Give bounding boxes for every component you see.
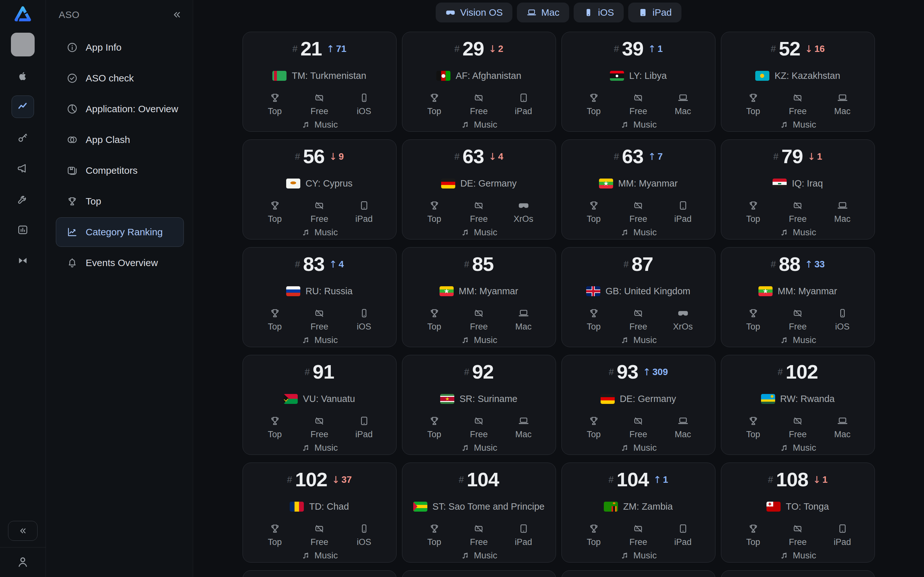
no-price-tag-icon [633, 415, 644, 427]
ranking-card-partial[interactable] [242, 570, 397, 577]
price-stat: Free [787, 523, 809, 547]
ranking-card[interactable]: #39↑1LY: LibyaTopFreeMacMusic [561, 32, 716, 132]
price-stat: Free [627, 92, 650, 116]
ranking-card[interactable]: #91VU: VanuatuTopFreeiPadMusic [242, 355, 397, 455]
genre-label: Music [793, 119, 816, 130]
rail-item-clips[interactable] [11, 250, 34, 272]
ranking-card[interactable]: #104↑1ZM: ZambiaTopFreeiPadMusic [561, 463, 716, 562]
genre-label: Music [793, 335, 816, 345]
music-note-icon [620, 551, 630, 560]
aso-sidebar: ASO App InfoASO checkApplication: Overvi… [46, 0, 193, 577]
ranking-card[interactable]: #102RW: RwandaTopFreeMacMusic [721, 355, 875, 455]
rail-item-wrench[interactable] [11, 188, 34, 210]
arrow-down-icon: ↓ [488, 43, 496, 55]
ranking-card-partial[interactable] [721, 570, 875, 577]
sidebar-item-application-overview[interactable]: Application: Overview [56, 94, 184, 124]
price-stat-label: Free [470, 322, 488, 332]
genre-label: Music [474, 335, 497, 345]
rank-row: #52↓16 [721, 39, 875, 59]
megaphone-icon [17, 162, 29, 174]
country-row: MM: Myanmar [402, 286, 556, 297]
rail-item-apple[interactable] [11, 65, 34, 87]
ranking-card[interactable]: #29↓2AF: AfghanistanTopFreeiPadMusic [402, 32, 556, 132]
platform-tab-ipad[interactable]: iPad [628, 3, 682, 23]
device-stat: Mac [831, 415, 854, 440]
user-profile-button[interactable] [15, 554, 31, 570]
sidebar-collapse-button[interactable] [171, 9, 183, 21]
chart-stat: Top [742, 92, 765, 116]
laptop-icon [527, 7, 537, 18]
device-stat-label: iPad [355, 430, 373, 440]
iphone-icon [359, 523, 370, 534]
ipad-icon [518, 92, 529, 103]
ranking-card[interactable]: #21↑71TM: TurkmenistanTopFreeiOSMusic [242, 32, 397, 132]
rank-number: 83 [303, 254, 325, 274]
no-price-tag-icon [633, 92, 644, 103]
ipad-icon [837, 523, 848, 534]
price-stat-label: Free [789, 214, 807, 224]
no-price-tag-icon [314, 200, 325, 211]
rank-number: 63 [622, 147, 643, 166]
ranking-card[interactable]: #88↑33MM: MyanmarTopFreeiOSMusic [721, 247, 875, 347]
rail-item-bar-chart[interactable] [11, 219, 34, 241]
rail-item-megaphone[interactable] [11, 157, 34, 179]
rail-collapse-button[interactable] [8, 521, 37, 541]
ranking-card-partial[interactable] [561, 570, 716, 577]
sidebar-item-app-clash[interactable]: App Clash [56, 125, 184, 155]
platform-tab-mac[interactable]: Mac [517, 3, 569, 23]
ranking-card[interactable]: #92SR: SurinameTopFreeMacMusic [402, 355, 556, 455]
rail-item-key[interactable] [11, 126, 34, 149]
stats-row: TopFreeXrOs [562, 308, 715, 332]
rank-delta: ↑1 [653, 474, 668, 485]
price-stat-label: Free [789, 430, 807, 440]
genre-label: Music [793, 550, 816, 561]
sidebar-item-app-info[interactable]: App Info [56, 33, 184, 62]
ranking-card[interactable]: #79↓1IQ: IraqTopFreeMacMusic [721, 139, 875, 239]
rank-number: 88 [779, 254, 800, 274]
ranking-card[interactable]: #83↑4RU: RussiaTopFreeiOSMusic [242, 247, 397, 347]
trophy-icon [588, 523, 599, 534]
ranking-card[interactable]: #56↓9CY: CyprusTopFreeiPadMusic [242, 139, 397, 239]
ranking-card[interactable]: #108↓1TO: TongaTopFreeiPadMusic [721, 463, 875, 562]
ranking-card[interactable]: #102↓37TD: ChadTopFreeiOSMusic [242, 463, 397, 562]
ranking-card[interactable]: #85MM: MyanmarTopFreeMacMusic [402, 247, 556, 347]
genre-row: Music [721, 119, 875, 130]
sidebar-item-competitors[interactable]: Competitors [56, 156, 184, 185]
ranking-card[interactable]: #93↑309DE: GermanyTopFreeMacMusic [561, 355, 716, 455]
flag-iq-icon [772, 179, 787, 189]
ranking-card[interactable]: #63↑7MM: MyanmarTopFreeiPadMusic [561, 139, 716, 239]
ranking-card[interactable]: #63↓4DE: GermanyTopFreeXrOsMusic [402, 139, 556, 239]
ranking-card-partial[interactable] [402, 570, 556, 577]
chevrons-left-icon [18, 526, 28, 536]
app-placeholder-icon[interactable] [11, 33, 35, 56]
music-note-icon [460, 551, 470, 560]
chart-stat-label: Top [427, 430, 441, 440]
chart-stat-label: Top [268, 322, 282, 332]
arrow-down-icon: ↓ [488, 151, 496, 162]
sidebar-item-events-overview[interactable]: Events Overview [56, 248, 184, 277]
music-note-icon [301, 335, 310, 345]
ranking-card[interactable]: #87GB: United KingdomTopFreeXrOsMusic [561, 247, 716, 347]
rank-prefix: # [459, 474, 464, 485]
wrench-icon [17, 193, 29, 205]
genre-row: Music [562, 335, 715, 345]
sidebar-item-category-ranking[interactable]: Category Ranking [56, 218, 184, 247]
genre-row: Music [243, 119, 396, 130]
rail-item-pulse-chart[interactable] [11, 95, 34, 118]
ranking-card[interactable]: #104ST: Sao Tome and PrincipeTopFreeiPad… [402, 463, 556, 562]
country-row: KZ: Kazakhstan [721, 71, 875, 81]
platform-tab-vision-os[interactable]: Vision OS [436, 3, 512, 23]
price-stat: Free [787, 308, 809, 332]
ipad-icon [677, 200, 689, 211]
sidebar-item-aso-check[interactable]: ASO check [56, 63, 184, 93]
platform-tab-ios[interactable]: iOS [573, 3, 624, 23]
rank-row: #79↓1 [721, 146, 875, 167]
country-row: IQ: Iraq [721, 178, 875, 189]
country-label: DE: Germany [620, 394, 676, 404]
rank-delta: ↓9 [329, 151, 344, 162]
overlap-circles-icon [66, 134, 78, 145]
genre-row: Music [243, 550, 396, 561]
sidebar-item-top[interactable]: Top [56, 187, 184, 216]
ranking-card[interactable]: #52↓16KZ: KazakhstanTopFreeMacMusic [721, 32, 875, 132]
rank-number: 108 [776, 470, 808, 490]
